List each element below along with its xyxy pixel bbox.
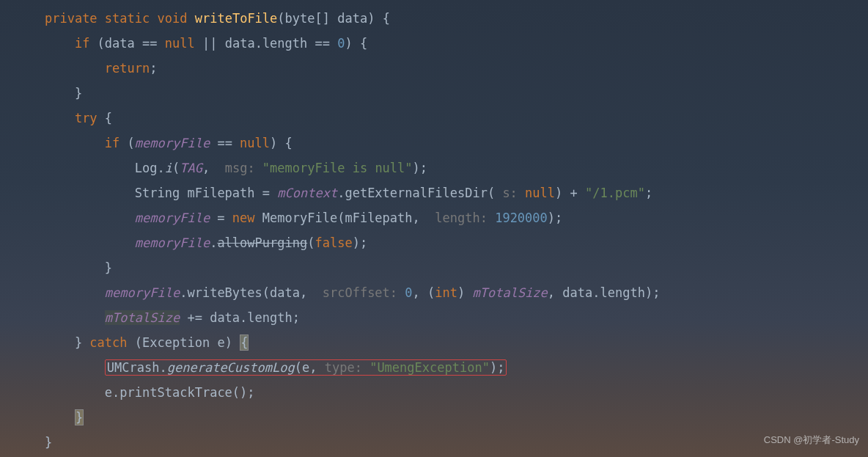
code-line: return;	[15, 56, 868, 81]
code-line: private static void writeToFile(byte[] d…	[15, 6, 868, 31]
code-line: }	[15, 81, 868, 106]
highlighted-statement: UMCrash.generateCustomLog(e, type: "Umen…	[105, 359, 507, 376]
code-editor[interactable]: private static void writeToFile(byte[] d…	[0, 0, 868, 455]
code-line: }	[15, 430, 868, 455]
code-line: } catch (Exception e) {	[15, 330, 868, 355]
code-line: mTotalSize += data.length;	[15, 305, 868, 330]
code-line: UMCrash.generateCustomLog(e, type: "Umen…	[15, 355, 868, 380]
code-line: String mFilepath = mContext.getExternalF…	[15, 180, 868, 205]
code-line: }	[15, 405, 868, 430]
code-line: Log.i(TAG, msg: "memoryFile is null");	[15, 156, 868, 180]
code-line: if (data == null || data.length == 0) {	[15, 31, 868, 56]
watermark: CSDN @初学者-Study	[764, 428, 859, 453]
code-line: }	[15, 255, 868, 280]
code-line: memoryFile.writeBytes(data, srcOffset: 0…	[15, 280, 868, 305]
code-line: e.printStackTrace();	[15, 380, 868, 405]
code-line: memoryFile = new MemoryFile(mFilepath, l…	[15, 205, 868, 230]
code-line: try {	[15, 106, 868, 131]
code-line: memoryFile.allowPurging(false);	[15, 230, 868, 255]
code-line: if (memoryFile == null) {	[15, 131, 868, 156]
